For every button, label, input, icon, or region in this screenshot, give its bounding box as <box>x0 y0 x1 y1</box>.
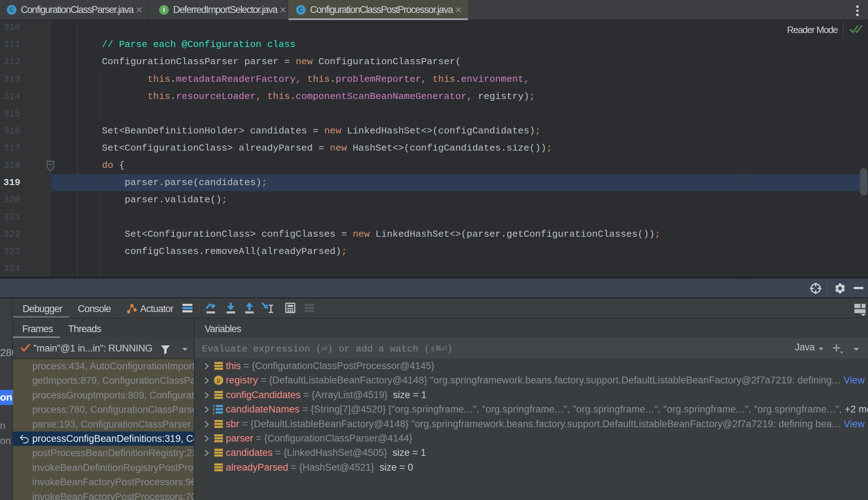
svg-text:2: 2 <box>213 408 214 411</box>
svg-text:1: 1 <box>213 404 214 408</box>
svg-text:3: 3 <box>213 411 214 415</box>
svg-text:p: p <box>217 377 220 384</box>
